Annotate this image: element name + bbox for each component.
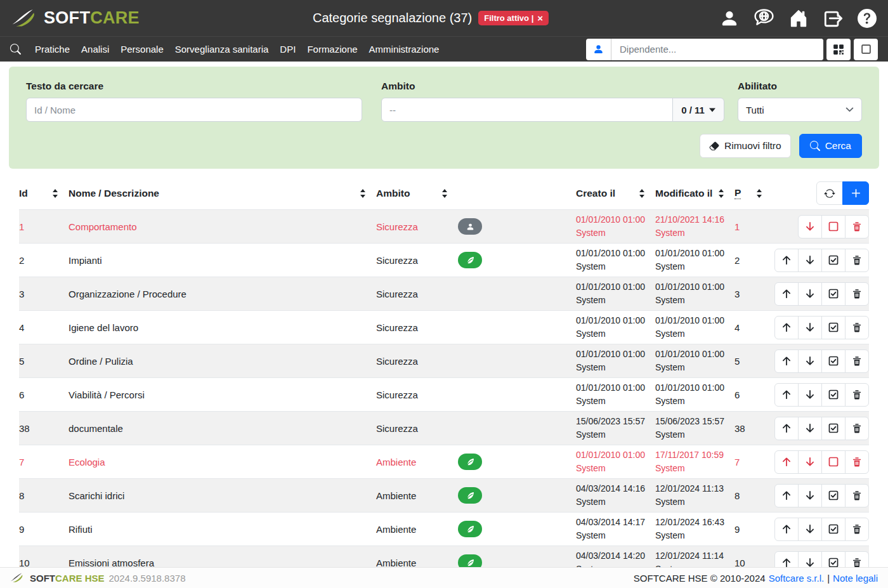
delete-button[interactable] <box>845 316 869 339</box>
user-icon[interactable] <box>720 9 739 28</box>
cell-created: 01/01/2010 01:00System <box>576 448 655 475</box>
nav-item-formazione[interactable]: Formazione <box>307 44 357 55</box>
column-header-ambito[interactable]: Ambito <box>376 188 458 199</box>
active-filter-badge[interactable]: Filtro attivo | × <box>478 11 549 25</box>
toggle-enabled-button[interactable] <box>821 383 846 407</box>
cell-created: 01/01/2010 01:00System <box>576 348 655 374</box>
checkbox-checked-icon <box>828 389 839 400</box>
move-down-button[interactable] <box>798 215 822 238</box>
move-down-button[interactable] <box>798 282 822 306</box>
ambito-multiselect[interactable]: -- <box>381 98 673 122</box>
move-down-button[interactable] <box>798 450 822 474</box>
move-up-button[interactable] <box>774 316 799 339</box>
category-name-link[interactable]: documentale <box>69 423 376 434</box>
move-down-button[interactable] <box>798 249 822 272</box>
search-button[interactable]: Cerca <box>799 134 862 158</box>
employee-search-input[interactable] <box>611 39 823 60</box>
toggle-enabled-button[interactable] <box>821 350 846 373</box>
move-down-button[interactable] <box>798 350 822 373</box>
nav-item-analisi[interactable]: Analisi <box>81 44 109 55</box>
window-button[interactable] <box>854 39 878 60</box>
delete-button[interactable] <box>845 249 869 272</box>
add-category-button[interactable] <box>842 181 869 205</box>
delete-button[interactable] <box>845 417 869 440</box>
category-name-link[interactable]: Viabilità / Percorsi <box>69 389 376 400</box>
remove-filter-button[interactable]: Rimuovi filtro <box>700 134 791 158</box>
nav-item-dpi[interactable]: DPI <box>280 44 296 55</box>
delete-button[interactable] <box>845 484 869 507</box>
delete-button[interactable] <box>845 350 869 373</box>
text-search-input[interactable] <box>26 98 362 122</box>
toggle-enabled-button[interactable] <box>821 316 846 339</box>
toggle-enabled-button[interactable] <box>821 518 846 541</box>
employee-person-icon[interactable] <box>586 39 611 60</box>
move-up-button[interactable] <box>774 282 799 306</box>
move-up-button[interactable] <box>774 350 799 373</box>
nav-item-personale[interactable]: Personale <box>121 44 164 55</box>
abilitato-select[interactable]: Tutti <box>738 98 862 122</box>
column-header-creato-il[interactable]: Creato il <box>576 188 655 199</box>
chevron-down-icon <box>846 107 854 112</box>
column-header-id[interactable]: Id <box>19 188 69 199</box>
global-search-icon[interactable] <box>10 44 21 55</box>
nav-item-amministrazione[interactable]: Amministrazione <box>369 44 440 55</box>
logo-text: SOFTCARE <box>44 8 140 28</box>
category-name-link[interactable]: Ordine / Pulizia <box>69 356 376 367</box>
toggle-enabled-button[interactable] <box>821 282 846 306</box>
move-down-button[interactable] <box>798 383 822 407</box>
category-name-link[interactable]: Rifiuti <box>69 524 376 535</box>
apps-grid-button[interactable] <box>826 39 851 60</box>
sort-icon[interactable] <box>52 189 58 198</box>
nav-item-pratiche[interactable]: Pratiche <box>35 44 70 55</box>
move-up-button[interactable] <box>774 417 799 440</box>
category-name-link[interactable]: Emissioni atmosfera <box>69 558 376 568</box>
delete-button[interactable] <box>845 450 869 474</box>
category-name-link[interactable]: Ecologia <box>69 457 376 467</box>
move-down-button[interactable] <box>798 417 822 440</box>
sort-icon[interactable] <box>360 189 366 198</box>
column-header-p[interactable]: P <box>735 187 773 199</box>
cell-id: 10 <box>19 558 69 568</box>
table-row: 4Igiene del lavoroSicurezza01/01/2010 01… <box>19 310 869 344</box>
sort-icon[interactable] <box>441 189 448 198</box>
help-icon[interactable] <box>858 9 877 28</box>
delete-button[interactable] <box>845 518 869 541</box>
sort-icon[interactable] <box>639 189 645 198</box>
category-name-link[interactable]: Comportamento <box>69 221 376 232</box>
delete-button[interactable] <box>845 282 869 306</box>
move-up-button[interactable] <box>774 518 799 541</box>
toggle-enabled-button[interactable] <box>821 417 846 440</box>
toggle-enabled-button[interactable] <box>821 484 846 507</box>
move-up-button[interactable] <box>774 249 799 272</box>
delete-button[interactable] <box>845 383 869 407</box>
ambito-counter-button[interactable]: 0 / 11 <box>672 98 724 122</box>
legal-notes-link[interactable]: Note legali <box>833 573 878 584</box>
move-up-button[interactable] <box>774 484 799 507</box>
delete-button[interactable] <box>845 215 869 238</box>
move-up-button[interactable] <box>774 383 799 407</box>
move-down-button[interactable] <box>798 316 822 339</box>
logout-icon[interactable] <box>823 9 843 28</box>
move-down-button[interactable] <box>798 518 822 541</box>
move-up-button[interactable] <box>774 450 799 474</box>
toggle-enabled-button[interactable] <box>821 215 846 238</box>
move-down-button[interactable] <box>798 484 822 507</box>
toggle-enabled-button[interactable] <box>821 249 846 272</box>
sort-icon[interactable] <box>756 189 762 198</box>
refresh-button[interactable] <box>816 181 843 205</box>
home-icon[interactable] <box>789 9 808 28</box>
column-header-modificato-il[interactable]: Modificato il <box>655 188 735 199</box>
nav-item-sorveglianza-sanitaria[interactable]: Sorveglianza sanitaria <box>175 44 269 55</box>
category-name-link[interactable]: Impianti <box>69 255 376 266</box>
sort-icon[interactable] <box>718 189 724 198</box>
language-chat-icon[interactable] <box>754 8 774 28</box>
remove-filter-x-icon[interactable]: × <box>537 14 543 22</box>
category-name-link[interactable]: Scarichi idrici <box>69 490 376 501</box>
app-logo[interactable]: SOFTCARE <box>11 8 140 29</box>
table-row: 3Organizzazione / ProcedureSicurezza01/0… <box>19 277 869 310</box>
company-link[interactable]: Softcare s.r.l. <box>769 573 825 584</box>
toggle-enabled-button[interactable] <box>821 450 846 474</box>
column-header-nome-descrizione[interactable]: Nome / Descrizione <box>69 188 376 199</box>
category-name-link[interactable]: Organizzazione / Procedure <box>69 289 376 299</box>
category-name-link[interactable]: Igiene del lavoro <box>69 322 376 333</box>
